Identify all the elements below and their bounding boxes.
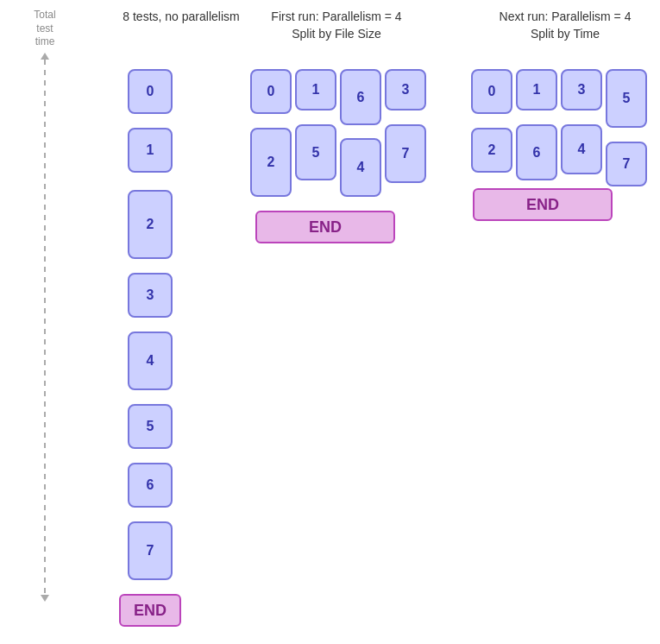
col-header-no-parallel: 8 tests, no parallelism bbox=[112, 9, 250, 26]
test-block-r2t3: 3 bbox=[561, 69, 602, 110]
arrow-bottom-icon bbox=[41, 595, 49, 602]
test-block-r2t5: 5 bbox=[606, 69, 647, 128]
test-block-t4: 4 bbox=[128, 331, 173, 390]
test-block-r2t0: 0 bbox=[471, 69, 512, 114]
test-block-r1t7: 7 bbox=[385, 124, 426, 183]
test-block-t5: 5 bbox=[128, 404, 173, 449]
end-block-no-parallel: END bbox=[119, 594, 181, 627]
end-block-next-run: END bbox=[473, 188, 613, 221]
test-block-r1t3: 3 bbox=[385, 69, 426, 110]
test-block-r2t6: 6 bbox=[516, 124, 557, 180]
time-axis-line bbox=[41, 53, 49, 602]
test-block-r1t5: 5 bbox=[295, 124, 336, 180]
page-container: Total test time 8 tests, no parallelism0… bbox=[0, 0, 660, 644]
end-block-first-run: END bbox=[255, 211, 395, 243]
dashed-line bbox=[44, 60, 46, 595]
col-header-first-run: First run: Parallelism = 4 Split by File… bbox=[267, 9, 405, 42]
time-axis-label: Total test time bbox=[34, 9, 55, 49]
test-block-r2t2: 2 bbox=[471, 128, 512, 173]
test-block-t7: 7 bbox=[128, 521, 173, 580]
test-block-r1t2: 2 bbox=[250, 128, 292, 197]
test-block-r2t4: 4 bbox=[561, 124, 602, 174]
test-block-t6: 6 bbox=[128, 463, 173, 508]
test-block-t3: 3 bbox=[128, 273, 173, 318]
time-axis: Total test time bbox=[22, 9, 67, 602]
test-block-r1t6: 6 bbox=[340, 69, 381, 125]
arrow-top-icon bbox=[41, 53, 49, 60]
test-block-r2t7: 7 bbox=[606, 142, 647, 186]
test-block-r2t1: 1 bbox=[516, 69, 557, 110]
test-block-t0: 0 bbox=[128, 69, 173, 114]
test-block-r1t4: 4 bbox=[340, 138, 381, 197]
test-block-r1t0: 0 bbox=[250, 69, 292, 114]
test-block-t1: 1 bbox=[128, 128, 173, 173]
test-block-r1t1: 1 bbox=[295, 69, 336, 110]
test-block-t2: 2 bbox=[128, 190, 173, 259]
col-header-next-run: Next run: Parallelism = 4 Split by Time bbox=[496, 9, 634, 42]
